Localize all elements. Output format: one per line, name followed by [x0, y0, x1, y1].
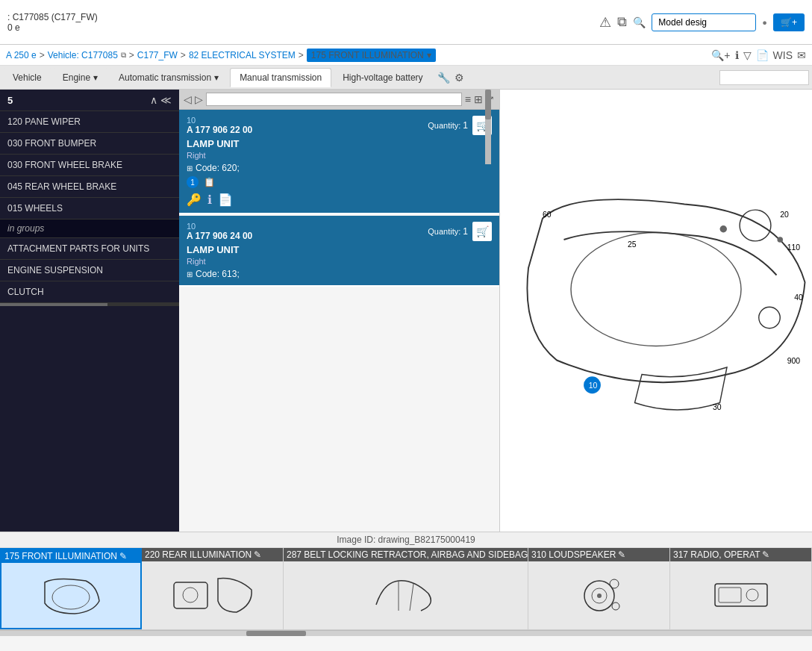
add-to-cart-button[interactable]: 🛒+	[773, 13, 805, 31]
info-icon[interactable]: ℹ	[735, 49, 739, 61]
svg-point-8	[183, 588, 198, 602]
filter-icon[interactable]: ▽	[743, 49, 752, 61]
part-card-2-left: 10 A 177 906 24 00	[187, 222, 252, 241]
chevron-down-icon: ▾	[427, 50, 431, 60]
sidebar-item-label: 120 PANE WIPER	[7, 116, 81, 127]
part-actions-1: 🔑 ℹ 📄	[187, 193, 492, 207]
document-icon[interactable]: 📄	[218, 193, 233, 207]
svg-point-13	[597, 594, 602, 598]
thumb-220-label: 220 REAR ILLUMINATION ✎	[142, 548, 283, 561]
headlight-drawing: 60 20 25 110 40 900 30 10	[527, 199, 805, 411]
vehicle-copy-icon[interactable]: ⧉	[121, 51, 126, 60]
part-card-1-header: 10 A 177 906 22 00 Quantity: 1 🛒	[187, 116, 492, 135]
table-icon: ⊞	[187, 164, 193, 172]
sidebar-section-label: in groups	[7, 223, 44, 234]
breadcrumb: A 250 e > Vehicle: C177085 ⧉ > C177_FW >…	[0, 45, 812, 66]
svg-point-3	[720, 225, 728, 233]
document-icon[interactable]: 📄	[756, 49, 769, 61]
top-bar-actions: ⚠ ⧉ 🔍 ● 🛒+	[599, 13, 805, 31]
part-name-1: LAMP UNIT	[187, 138, 492, 149]
tab-auto-trans[interactable]: Automatic transmission ▾	[109, 68, 228, 87]
sidebar-section-in-groups: in groups	[0, 219, 179, 238]
part-side-2: Right	[187, 257, 492, 266]
diagram-num-110: 110	[787, 243, 801, 252]
top-bar: : C177085 (C177_FW) 0 e ⚠ ⧉ 🔍 ● 🛒+	[0, 0, 812, 45]
bottom-section: Image ID: drawing_B82175000419 175 FRONT…	[0, 532, 812, 651]
spanner-icon[interactable]: 🔧	[437, 72, 450, 84]
thumb-220-rear[interactable]: 220 REAR ILLUMINATION ✎	[142, 548, 284, 629]
svg-point-6	[52, 585, 90, 609]
thumb-317-radio[interactable]: 317 RADIO, OPERAT ✎	[670, 548, 812, 629]
sidebar-item-pane-wiper[interactable]: 120 PANE WIPER	[0, 111, 179, 133]
warning-icon[interactable]: ⚠	[599, 14, 611, 31]
toolbar-forward-icon[interactable]: ▷	[195, 93, 203, 105]
info-circle-icon[interactable]: ℹ	[207, 193, 212, 207]
thumb-310-label: 310 LOUDSPEAKER ✎	[528, 548, 669, 561]
tab-hv-battery[interactable]: High-voltage battery	[333, 68, 432, 87]
part-code-1: ⊞ Code: 620;	[187, 163, 492, 173]
breadcrumb-current-label: 175 FRONT ILLUMINATION	[311, 50, 424, 60]
tab-engine[interactable]: Engine ▾	[53, 68, 107, 87]
thumb-175-svg	[41, 575, 101, 616]
center-search-input[interactable]	[206, 93, 462, 106]
breadcrumb-c177fw[interactable]: C177_FW	[137, 50, 178, 60]
sidebar-item-engine-suspension[interactable]: ENGINE SUSPENSION	[0, 260, 179, 281]
badge-area-1: 1 📋	[187, 176, 492, 188]
sidebar-item-label: 030 FRONT BUMPER	[7, 138, 96, 149]
mail-icon[interactable]: ✉	[797, 49, 806, 61]
tab-vehicle[interactable]: Vehicle	[3, 68, 51, 87]
tab-manual-trans-label: Manual transmission	[240, 72, 322, 83]
sidebar-expand-icon[interactable]: ≪	[160, 94, 172, 106]
sidebar-item-label: 045 REAR WHEEL BRAKE	[7, 181, 116, 192]
sidebar-item-label: CLUTCH	[7, 287, 44, 297]
wis-icon[interactable]: WIS	[773, 49, 793, 61]
thumb-310-loudspeaker[interactable]: 310 LOUDSPEAKER ✎	[528, 548, 670, 629]
sidebar-item-clutch[interactable]: CLUTCH	[0, 281, 179, 303]
thumb-175-label: 175 FRONT ILLUMINATION ✎	[1, 549, 140, 563]
copy-icon[interactable]: ⧉	[617, 14, 627, 30]
qty-label-2: Quantity: 1	[428, 226, 468, 237]
center-scrollbar[interactable]	[485, 90, 491, 164]
part-side-1: Right	[187, 151, 492, 160]
sidebar-item-wheels[interactable]: 015 WHEELS	[0, 198, 179, 219]
list-view-icon[interactable]: ≡	[465, 93, 471, 105]
part-code-value-2: Code: 613;	[196, 269, 240, 279]
search-icon[interactable]: 🔍	[633, 16, 646, 28]
diagram-num-40: 40	[794, 293, 803, 302]
toolbar-back-icon[interactable]: ◁	[184, 93, 192, 105]
breadcrumb-a250e[interactable]: A 250 e	[6, 50, 37, 60]
table-icon-2: ⊞	[187, 270, 193, 278]
thumb-287-belt[interactable]: 287 BELT LOCKING RETRACTOR, AIRBAG AND S…	[284, 548, 528, 629]
thumb-220-svg-1	[170, 575, 211, 616]
tab-manual-trans[interactable]: Manual transmission	[230, 68, 331, 87]
sidebar-item-front-bumper[interactable]: 030 FRONT BUMPER	[0, 133, 179, 155]
center-toolbar: ◁ ▷ ≡ ⊞ ⤢	[179, 90, 499, 110]
model-search-input[interactable]	[652, 13, 756, 31]
svg-point-14	[610, 579, 619, 588]
tab-engine-chevron: ▾	[93, 72, 98, 83]
part-card-2: 10 A 177 906 24 00 Quantity: 1 🛒 LAMP UN…	[179, 216, 499, 287]
edit-icon: ✎	[762, 549, 769, 560]
thumb-220-svg-2	[214, 575, 255, 616]
breadcrumb-vehicle[interactable]: Vehicle: C177085	[48, 50, 118, 60]
svg-point-4	[777, 237, 783, 243]
sidebar-item-attach-parts[interactable]: ATTACHMENT PARTS FOR UNITS	[0, 238, 179, 260]
key-icon[interactable]: 🔑	[187, 193, 202, 207]
grid-view-icon[interactable]: ⊞	[474, 93, 483, 105]
breadcrumb-electrical[interactable]: 82 ELECTRICAL SYSTEM	[189, 50, 296, 60]
svg-point-18	[746, 589, 758, 601]
zoom-in-icon[interactable]: 🔍+	[711, 49, 730, 61]
sidebar-item-rear-wheel-brake[interactable]: 045 REAR WHEEL BRAKE	[0, 176, 179, 198]
sidebar-collapse-icon[interactable]: ∧	[150, 94, 157, 106]
breadcrumb-current[interactable]: 175 FRONT ILLUMINATION ▾	[307, 49, 436, 62]
tab-search-input[interactable]	[719, 70, 809, 85]
part-code-2: ⊞ Code: 613;	[187, 269, 492, 279]
gear-icon[interactable]: ⚙	[455, 72, 464, 84]
diagram-num-25: 25	[628, 240, 637, 249]
vehicle-subtitle: 0 e	[7, 22, 98, 33]
vehicle-title: : C177085 (C177_FW)	[7, 12, 98, 22]
thumb-175-front[interactable]: 175 FRONT ILLUMINATION ✎	[0, 548, 142, 629]
horizontal-scrollbar[interactable]	[0, 630, 812, 636]
sidebar-item-front-wheel-brake[interactable]: 030 FRONT WHEEL BRAKE	[0, 155, 179, 176]
add-to-cart-button-2[interactable]: 🛒	[472, 222, 492, 241]
